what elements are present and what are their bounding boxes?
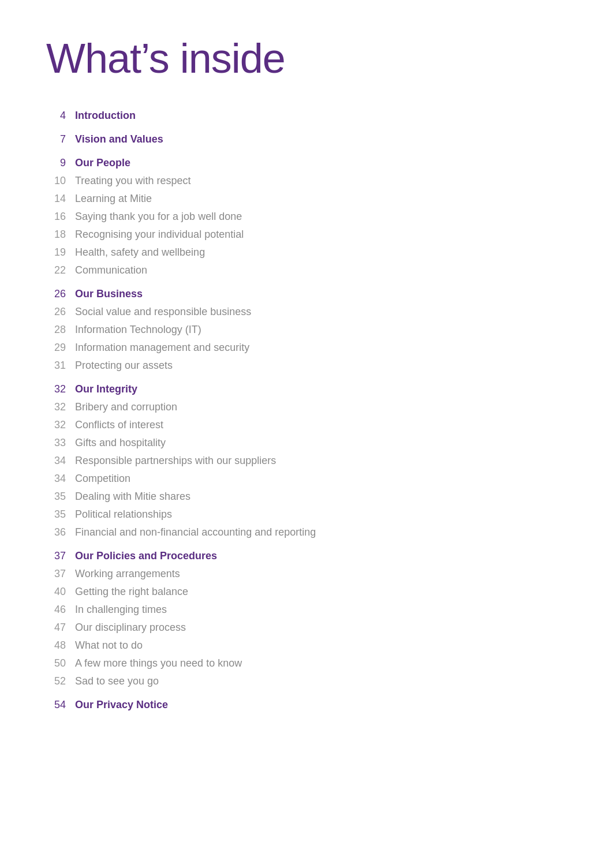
toc-item-financial: 36Financial and non-financial accounting… bbox=[46, 526, 567, 538]
toc-label-few-more: A few more things you need to know bbox=[75, 657, 242, 669]
toc-label-health: Health, safety and wellbeing bbox=[75, 246, 205, 259]
toc-label-our-people-heading[interactable]: Our People bbox=[75, 157, 130, 169]
toc-number-responsible-partnerships: 34 bbox=[46, 455, 75, 467]
toc-item-vision: 7Vision and Values bbox=[46, 133, 567, 145]
toc-item-gifts: 33Gifts and hospitality bbox=[46, 437, 567, 449]
toc-label-financial: Financial and non-financial accounting a… bbox=[75, 526, 316, 538]
toc-label-challenging: In challenging times bbox=[75, 604, 167, 616]
toc-item-social-value: 26Social value and responsible business bbox=[46, 306, 567, 318]
toc-item-our-policies-heading: 37Our Policies and Procedures bbox=[46, 550, 567, 562]
toc-item-privacy-heading: 54Our Privacy Notice bbox=[46, 699, 567, 711]
toc-item-health: 19Health, safety and wellbeing bbox=[46, 246, 567, 259]
toc-label-political: Political relationships bbox=[75, 508, 172, 521]
toc-item-dealing: 35Dealing with Mitie shares bbox=[46, 491, 567, 503]
toc-number-social-value: 26 bbox=[46, 306, 75, 318]
toc-item-protecting: 31Protecting our assets bbox=[46, 360, 567, 372]
toc-number-vision: 7 bbox=[46, 133, 75, 145]
toc-item-sad: 52Sad to see you go bbox=[46, 675, 567, 687]
toc-number-our-people-heading: 9 bbox=[46, 157, 75, 169]
toc-item-getting: 40Getting the right balance bbox=[46, 586, 567, 598]
toc-number-health: 19 bbox=[46, 246, 75, 259]
toc-label-dealing: Dealing with Mitie shares bbox=[75, 491, 190, 503]
toc-item-intro: 4Introduction bbox=[46, 110, 567, 122]
toc-item-competition: 34Competition bbox=[46, 473, 567, 485]
toc-item-our-people-heading: 9Our People bbox=[46, 157, 567, 169]
toc-number-dealing: 35 bbox=[46, 491, 75, 503]
toc-number-competition: 34 bbox=[46, 473, 75, 485]
toc-label-sad: Sad to see you go bbox=[75, 675, 159, 687]
toc-number-intro: 4 bbox=[46, 110, 75, 122]
toc-label-social-value: Social value and responsible business bbox=[75, 306, 251, 318]
toc-label-protecting: Protecting our assets bbox=[75, 360, 173, 372]
toc-item-working: 37Working arrangements bbox=[46, 568, 567, 580]
toc-item-our-integrity-heading: 32Our Integrity bbox=[46, 383, 567, 395]
toc-label-saying: Saying thank you for a job well done bbox=[75, 211, 242, 223]
toc-label-privacy-heading[interactable]: Our Privacy Notice bbox=[75, 699, 168, 711]
toc-number-few-more: 50 bbox=[46, 657, 75, 669]
toc-item-learning: 14Learning at Mitie bbox=[46, 193, 567, 205]
toc-number-working: 37 bbox=[46, 568, 75, 580]
toc-label-what-not: What not to do bbox=[75, 639, 143, 652]
toc-label-vision[interactable]: Vision and Values bbox=[75, 133, 163, 145]
toc-item-recognising: 18Recognising your individual potential bbox=[46, 229, 567, 241]
toc-label-conflicts: Conflicts of interest bbox=[75, 419, 163, 431]
toc-label-getting: Getting the right balance bbox=[75, 586, 188, 598]
toc-label-information-tech: Information Technology (IT) bbox=[75, 324, 201, 336]
toc-number-bribery: 32 bbox=[46, 401, 75, 413]
toc-label-our-integrity-heading[interactable]: Our Integrity bbox=[75, 383, 137, 395]
toc-item-communication: 22Communication bbox=[46, 264, 567, 276]
toc-number-recognising: 18 bbox=[46, 229, 75, 241]
toc-number-learning: 14 bbox=[46, 193, 75, 205]
toc-number-saying: 16 bbox=[46, 211, 75, 223]
toc-item-information-mgmt: 29Information management and security bbox=[46, 342, 567, 354]
table-of-contents: 4Introduction7Vision and Values9Our Peop… bbox=[46, 110, 567, 711]
toc-label-information-mgmt: Information management and security bbox=[75, 342, 249, 354]
toc-label-treating: Treating you with respect bbox=[75, 175, 190, 187]
toc-number-getting: 40 bbox=[46, 586, 75, 598]
toc-item-conflicts: 32Conflicts of interest bbox=[46, 419, 567, 431]
toc-item-treating: 10Treating you with respect bbox=[46, 175, 567, 187]
toc-label-responsible-partnerships: Responsible partnerships with our suppli… bbox=[75, 455, 276, 467]
toc-label-gifts: Gifts and hospitality bbox=[75, 437, 166, 449]
toc-number-communication: 22 bbox=[46, 264, 75, 276]
toc-number-gifts: 33 bbox=[46, 437, 75, 449]
toc-number-treating: 10 bbox=[46, 175, 75, 187]
toc-item-saying: 16Saying thank you for a job well done bbox=[46, 211, 567, 223]
page-title: What’s inside bbox=[46, 35, 567, 82]
toc-item-challenging: 46In challenging times bbox=[46, 604, 567, 616]
toc-number-disciplinary: 47 bbox=[46, 622, 75, 634]
toc-label-competition: Competition bbox=[75, 473, 130, 485]
toc-item-our-business-heading: 26Our Business bbox=[46, 288, 567, 300]
toc-number-our-policies-heading: 37 bbox=[46, 550, 75, 562]
toc-number-information-tech: 28 bbox=[46, 324, 75, 336]
toc-number-conflicts: 32 bbox=[46, 419, 75, 431]
toc-number-information-mgmt: 29 bbox=[46, 342, 75, 354]
toc-number-political: 35 bbox=[46, 508, 75, 521]
toc-item-what-not: 48What not to do bbox=[46, 639, 567, 652]
toc-item-disciplinary: 47Our disciplinary process bbox=[46, 622, 567, 634]
toc-number-sad: 52 bbox=[46, 675, 75, 687]
toc-label-bribery: Bribery and corruption bbox=[75, 401, 177, 413]
toc-label-communication: Communication bbox=[75, 264, 147, 276]
toc-label-intro[interactable]: Introduction bbox=[75, 110, 136, 122]
toc-item-political: 35Political relationships bbox=[46, 508, 567, 521]
toc-label-disciplinary: Our disciplinary process bbox=[75, 622, 186, 634]
toc-item-few-more: 50A few more things you need to know bbox=[46, 657, 567, 669]
toc-label-our-business-heading[interactable]: Our Business bbox=[75, 288, 143, 300]
toc-number-what-not: 48 bbox=[46, 639, 75, 652]
toc-number-protecting: 31 bbox=[46, 360, 75, 372]
toc-item-bribery: 32Bribery and corruption bbox=[46, 401, 567, 413]
toc-label-learning: Learning at Mitie bbox=[75, 193, 152, 205]
toc-label-working: Working arrangements bbox=[75, 568, 180, 580]
toc-number-challenging: 46 bbox=[46, 604, 75, 616]
toc-number-our-integrity-heading: 32 bbox=[46, 383, 75, 395]
toc-label-recognising: Recognising your individual potential bbox=[75, 229, 244, 241]
toc-item-information-tech: 28Information Technology (IT) bbox=[46, 324, 567, 336]
toc-item-responsible-partnerships: 34Responsible partnerships with our supp… bbox=[46, 455, 567, 467]
toc-number-privacy-heading: 54 bbox=[46, 699, 75, 711]
toc-number-our-business-heading: 26 bbox=[46, 288, 75, 300]
toc-number-financial: 36 bbox=[46, 526, 75, 538]
toc-label-our-policies-heading[interactable]: Our Policies and Procedures bbox=[75, 550, 217, 562]
